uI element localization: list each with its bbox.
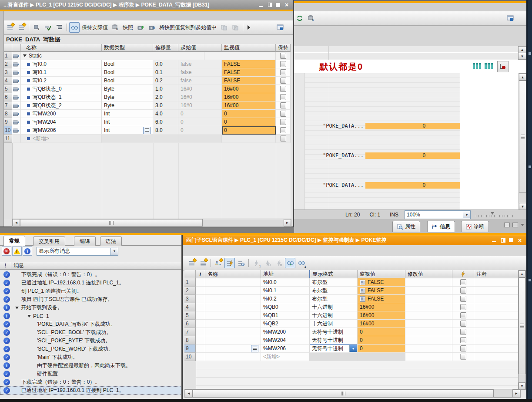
table-row[interactable]: 7 写QB状态_2 Byte 3.0 16#0 16#00 xyxy=(3,101,291,110)
watch-all-icon[interactable] xyxy=(285,258,295,268)
table-row[interactable]: 4 写I0.2 Bool 0.2 false FALSE xyxy=(3,77,291,85)
expand-list-icon[interactable] xyxy=(54,22,64,33)
watch-row[interactable]: 8 %MW204 无符号十进制 0 xyxy=(184,336,520,345)
scroll-down-button[interactable]: ▼ xyxy=(518,53,526,60)
task-card-strip[interactable] xyxy=(528,0,532,402)
table-row-selected[interactable]: 10 写MW206 Int 8.0 0 0 xyxy=(3,126,291,135)
freeze-icon[interactable]: a xyxy=(110,22,120,33)
refresh-icon[interactable] xyxy=(294,13,305,24)
message-row[interactable]: iPLC_1 xyxy=(0,312,182,320)
message-row[interactable]: ✓下载完成（错误：0：警告：0）。 xyxy=(0,270,182,279)
code-line[interactable]: "POKE_DATA... 0 xyxy=(323,122,483,129)
message-row[interactable]: ✓'SCL_POKE_WORD' 下载成功。 xyxy=(0,345,182,353)
keep-values-icon[interactable] xyxy=(31,22,42,33)
table-row[interactable]: 8 写MW200 Int 4.0 0 0 xyxy=(3,110,291,118)
monitor-value[interactable]: 16#00 xyxy=(358,303,405,311)
message-filter-select[interactable]: 显示所有消息 ▼ xyxy=(37,247,118,256)
monitor-value[interactable]: FALSE xyxy=(358,287,405,295)
monitor-value[interactable]: 16#00 xyxy=(358,311,405,320)
monitor-value[interactable]: 0 xyxy=(222,110,276,118)
code-line[interactable]: "POKE_DATA... 0 xyxy=(323,152,483,159)
message-row[interactable]: ✓已通过地址 IP=192.168.0.1 连接到 PLC_1。 xyxy=(0,279,182,287)
tab-syntax[interactable]: 语法 xyxy=(100,236,122,246)
warning-filter-button[interactable]: ! xyxy=(12,247,22,256)
watch-row[interactable]: 6 %QB2 十六进制 16#00 xyxy=(184,320,520,328)
scl-code-area[interactable]: "POKE_DATA... 0 "POKE_DATA... 0 "POKE_DA… xyxy=(294,73,460,209)
editor-vscrollbar[interactable]: ▲ ▼ xyxy=(519,73,527,210)
message-row[interactable]: ✓硬件配置 xyxy=(0,370,182,378)
monitor-value[interactable]: FALSE xyxy=(358,278,405,287)
tab-general[interactable]: 常规 xyxy=(3,236,25,246)
table-row[interactable]: 1 Static xyxy=(3,52,291,60)
tab-info[interactable]: i 信息 xyxy=(427,221,455,232)
watch-row[interactable]: 1 %I0.0 布尔型 FALSE xyxy=(184,278,520,287)
retain-checkbox[interactable] xyxy=(280,94,286,100)
monitor-value[interactable]: FALSE xyxy=(222,60,276,68)
monitor-value-focused[interactable]: 0 xyxy=(222,126,276,135)
monitor-value[interactable]: FALSE xyxy=(222,77,276,85)
monitor-now-icon[interactable] xyxy=(236,258,246,268)
monitor-value[interactable]: FALSE xyxy=(358,295,405,303)
retain-checkbox[interactable] xyxy=(280,86,286,92)
insert-row-icon[interactable] xyxy=(5,22,15,33)
insert-comment-icon[interactable]: il... xyxy=(213,258,224,268)
monitor-value[interactable]: 0 xyxy=(358,336,405,345)
db-hscrollbar[interactable]: ◄ ► xyxy=(12,219,291,227)
modify-once-icon[interactable]: 1 xyxy=(251,258,261,268)
watch-window-titlebar[interactable]: 西门子SCL语言课件 ▶ PLC_1 [CPU 1215C DC/DC/DC] … xyxy=(183,235,526,245)
tab-compile[interactable]: 编译 xyxy=(74,236,96,246)
modify-with-trigger-icon[interactable] xyxy=(262,258,273,268)
retain-checkbox[interactable] xyxy=(280,69,286,75)
retain-checkbox[interactable] xyxy=(280,61,286,67)
tab-properties[interactable]: 属性 xyxy=(392,221,420,232)
modify-checkbox[interactable] xyxy=(460,354,466,360)
float-window-icon[interactable] xyxy=(505,13,515,24)
toolbar-overflow-icon[interactable] xyxy=(248,25,250,30)
minimize-icon[interactable] xyxy=(258,2,264,8)
display-format-select[interactable]: 无符号十进制 ▼ xyxy=(310,345,357,353)
copy-start-icon-2[interactable] xyxy=(230,22,241,33)
monitor-value[interactable]: 0 xyxy=(358,328,405,336)
chevron-down-icon[interactable]: ▼ xyxy=(110,248,118,255)
tag-picker-button[interactable] xyxy=(251,345,258,352)
chevron-down-icon[interactable]: ▼ xyxy=(463,211,470,218)
chevron-down-icon[interactable]: ▼ xyxy=(349,345,357,352)
table-row[interactable]: 6 写QB状态_1 Byte 2.0 16#0 16#00 xyxy=(3,93,291,101)
zoom-slider[interactable] xyxy=(476,212,513,217)
monitor-value[interactable]: 16#00 xyxy=(222,101,276,110)
modify-checkbox[interactable] xyxy=(460,287,466,294)
modify-checkbox[interactable] xyxy=(460,337,466,343)
message-row[interactable]: ✓到 PLC_1 的连接已关闭。 xyxy=(0,287,182,295)
scroll-up-button[interactable]: ▲ xyxy=(518,46,526,53)
table-row-add-new[interactable]: 11 <新增> xyxy=(3,135,291,143)
modify-checkbox[interactable] xyxy=(460,304,466,310)
message-row[interactable]: ✓下载完成（错误：0：警告：0）。 xyxy=(0,378,182,386)
snapshot-download-icon[interactable] xyxy=(147,22,157,33)
collapse-arrow-icon[interactable] xyxy=(23,54,27,57)
restore-icon[interactable] xyxy=(266,2,272,8)
message-row-selected[interactable]: ✓已通过地址 IP=192.168.0.1 连接到 PLC_1。 xyxy=(0,386,182,395)
table-row[interactable]: 9 写MW204 Int 6.0 0 0 xyxy=(3,118,291,126)
monitor-value[interactable]: 16#00 xyxy=(222,93,276,101)
apply-check-icon[interactable] xyxy=(43,22,53,33)
message-row[interactable]: ✓'SCL_POKE_BOOL' 下载成功。 xyxy=(0,328,182,337)
modify-stop-icon[interactable] xyxy=(274,258,284,268)
message-row[interactable]: i开始下载到设备。 xyxy=(0,304,182,312)
retain-checkbox[interactable] xyxy=(280,111,286,117)
table-row[interactable]: 2 写I0.0 Bool 0.0 false FALSE xyxy=(3,60,291,68)
collapse-arrow-icon[interactable] xyxy=(15,307,19,309)
retain-checkbox[interactable] xyxy=(280,78,286,84)
message-row[interactable]: ✓'POKE_DATA_写数据' 下载成功。 xyxy=(0,320,182,328)
table-row[interactable]: 5 写QB状态_0 Byte 1.0 16#0 16#00 xyxy=(3,85,291,93)
keep-actual-button[interactable]: 保持实际值 xyxy=(82,24,108,31)
monitor-value[interactable]: 16#00 xyxy=(222,85,276,93)
watch-row[interactable]: 2 %I0.1 布尔型 FALSE xyxy=(184,287,520,295)
error-filter-button[interactable]: ✕ xyxy=(2,247,11,256)
tab-diagnostics[interactable]: 诊断 xyxy=(461,221,489,232)
message-row[interactable]: ✓'SCL_POKE_BYTE' 下载成功。 xyxy=(0,337,182,345)
copy-start-icon[interactable] xyxy=(219,22,229,33)
watch-hscrollbar[interactable]: ◄ ► xyxy=(184,389,521,398)
watch-vscrollbar[interactable]: ▲ ▼ xyxy=(518,270,526,390)
watch-row[interactable]: 5 %QB1 十六进制 16#00 xyxy=(184,311,520,320)
collapse-arrow-icon[interactable] xyxy=(27,315,31,318)
